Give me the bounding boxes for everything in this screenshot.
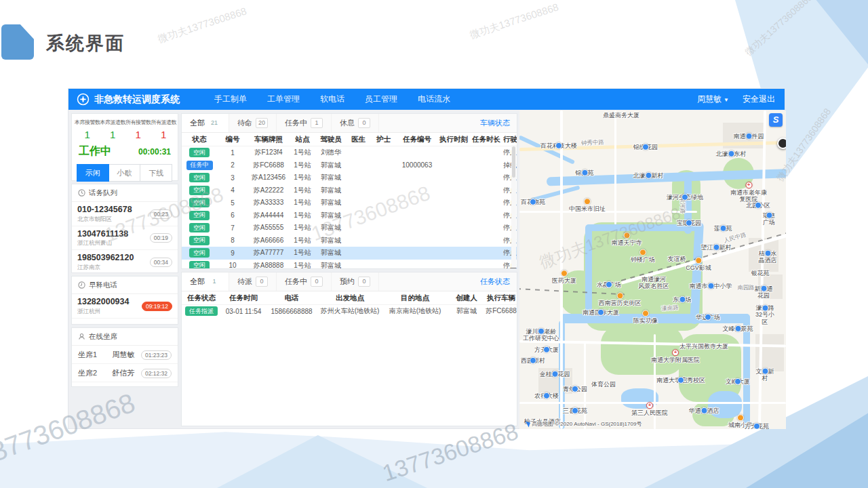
stat-3: 所有接警数1 <box>125 119 151 140</box>
tab-count: 1 <box>311 118 323 128</box>
vehicle-map-marker[interactable] <box>777 138 786 149</box>
queue-item[interactable]: 010-12345678北京市朝阳区00:23 <box>72 202 178 226</box>
queue-item[interactable]: 198503962120江苏南京00:34 <box>72 250 178 274</box>
logout-button[interactable]: 安全退出 <box>743 94 775 105</box>
vehicle-status-badge: 空闲 <box>189 148 210 157</box>
caller-number: 13282000934 <box>77 297 129 308</box>
cell-driver: 郭富城 <box>316 223 346 232</box>
vehicle-row[interactable]: 空闲7苏A555551号站郭富城停止 <box>182 222 517 235</box>
nav-item-2[interactable]: 工单管理 <box>257 94 310 105</box>
stat-label: 所有派遣数 <box>151 119 177 126</box>
tab-待派[interactable]: 待派0 <box>229 272 277 291</box>
nav-item-5[interactable]: 电话流水 <box>408 94 460 105</box>
scrollbar-thumb[interactable] <box>512 146 515 178</box>
column-header: 出发地点 <box>317 293 382 303</box>
watermark-text: 微功夫13773608868 <box>468 1 560 41</box>
status-button-示闲[interactable]: 示闲 <box>77 164 109 182</box>
agent-row: 坐席1周慧敏01:23:23 <box>72 346 178 364</box>
task-row[interactable]: 任务指派03-01 11:5415866668888苏州火车站(地铁站)南京南站… <box>182 305 517 318</box>
agent-seat: 坐席1 <box>78 350 97 360</box>
map-poi-label: CGV影城 <box>686 257 711 271</box>
caller-location: 浙江杭州 <box>77 308 129 316</box>
tab-待命[interactable]: 待命20 <box>229 114 277 132</box>
queue-item[interactable]: 13282000934浙江杭州09:19:12 <box>72 294 178 319</box>
clock-icon <box>78 189 85 197</box>
tab-任务中[interactable]: 任务中0 <box>277 272 332 291</box>
vehicle-status-badge: 任务中 <box>186 161 213 170</box>
map-poi-label: 体育公园 <box>591 381 616 388</box>
status-cell: 任务指派 <box>182 306 221 316</box>
poi-dot-icon <box>734 325 741 332</box>
map-poi-label: 桔子水晶酒店 <box>759 250 777 264</box>
nav-item-3[interactable]: 软电话 <box>310 94 355 105</box>
early-release-header: 早释电话 <box>72 277 178 294</box>
map-poi-label: 南通软件园 <box>734 133 764 140</box>
wait-time-badge: 00:23 <box>150 209 172 219</box>
map-label-text: 钟秀中路 <box>581 139 604 147</box>
wait-time-badge: 09:19:12 <box>142 302 172 311</box>
poi-dot-icon <box>753 423 760 429</box>
caller-location: 江苏南京 <box>77 264 134 272</box>
early-release-list: 13282000934浙江杭州09:19:12 <box>72 294 178 319</box>
tab-任务中[interactable]: 任务中1 <box>277 114 332 132</box>
tab-休息[interactable]: 休息0 <box>332 114 379 132</box>
cell-plate: 苏FC6688 <box>248 161 289 170</box>
vehicle-row[interactable]: 空闲8苏A666661号站郭富城停止 <box>182 235 517 247</box>
map-poi-label: 方大花苑 <box>745 423 769 429</box>
column-header: 编号 <box>217 135 248 144</box>
map-poi-label: 银花苑 <box>751 270 770 277</box>
tab-全部[interactable]: 全部1 <box>182 272 229 291</box>
vehicle-row[interactable]: 空闲5苏A333331号站郭富城停止 <box>182 197 517 209</box>
stat-value: 1 <box>125 129 151 140</box>
map-poi-label: 锦绣花园 <box>633 144 658 150</box>
vehicle-status-badge: 空闲 <box>189 211 210 220</box>
vehicle-status-badge: 空闲 <box>189 186 210 195</box>
tab-label: 预约 <box>340 277 355 287</box>
map-label-text: 中国米市旧址 <box>569 205 606 212</box>
online-agents-list: 坐席1周慧敏01:23:23坐席2舒信芳02:12:32 <box>72 346 178 382</box>
map-poi-label: 北濠桥新村 <box>633 172 664 179</box>
amap-logo[interactable]: S <box>769 113 783 127</box>
tab-label: 全部 <box>190 118 205 128</box>
vehicle-row[interactable]: 空闲10苏A888881号站郭富城停止 <box>182 260 517 270</box>
poi-dot-icon <box>597 309 604 316</box>
vehicle-row[interactable]: 任务中2苏FC66881号站郭富城10000063掉线 <box>182 159 517 172</box>
nav-item-1[interactable]: 手工制单 <box>204 94 257 105</box>
map-view[interactable]: 南通软件园鼎盛商务大厦钟秀中路百花科技大楼锦绣花园北濠桥东村锦江苑北濠桥新村濠河… <box>519 110 786 429</box>
map-poi-label: 陈实功像 <box>633 310 658 324</box>
queue-item[interactable]: 13047611138浙江杭州萧山00:19 <box>72 226 178 251</box>
status-button-下线[interactable]: 下线 <box>140 164 172 182</box>
vehicle-row[interactable]: 空闲9苏A777771号站郭富城停止 <box>182 247 517 260</box>
autonavi-logo-icon <box>521 420 530 427</box>
vehicle-table-scrollbar[interactable] <box>511 145 516 268</box>
column-header: 任务时间 <box>221 293 266 303</box>
title-accent-square <box>1 24 34 60</box>
map-poi-label: 华通大酒店 <box>689 407 719 414</box>
user-menu[interactable]: 周慧敏▼ <box>697 94 729 105</box>
vehicle-row[interactable]: 空闲1苏F123f41号站刘德华停止 <box>182 146 517 159</box>
task-status-link[interactable]: 任务状态 <box>480 277 517 287</box>
vehicle-row[interactable]: 空闲6苏A444441号站郭富城停止 <box>182 209 517 222</box>
poi-dot-icon <box>719 225 726 232</box>
poi-dot-icon <box>762 368 768 375</box>
queue-item-info: 13282000934浙江杭州 <box>77 297 129 316</box>
tab-全部[interactable]: 全部21 <box>182 114 229 132</box>
tab-预约[interactable]: 预约0 <box>332 272 379 291</box>
cell-station: 1号站 <box>289 223 316 232</box>
work-status-timer: 00:00:31 <box>138 147 171 157</box>
online-agents-panel: 在线坐席 坐席1周慧敏01:23:23坐席2舒信芳02:12:32 <box>71 327 178 387</box>
status-button-小歇[interactable]: 小歇 <box>108 164 141 182</box>
poi-dot-icon <box>760 285 767 292</box>
cell-plate: 苏A88888 <box>248 261 289 269</box>
cell-plate: 苏A44444 <box>248 211 289 220</box>
map-attribution-text: 高德地图 © 2020 AutoNavi - GS(2018)1709号 <box>532 420 642 428</box>
cell-driver: 郭富城 <box>316 211 346 220</box>
poi-dot-icon <box>561 270 568 277</box>
vehicle-row[interactable]: 空闲3苏A1234561号站郭富城停止 <box>182 171 517 184</box>
stat-label: 所有接警数 <box>125 119 151 126</box>
vehicle-status-link[interactable]: 车辆状态 <box>480 118 517 128</box>
nav-item-4[interactable]: 员工管理 <box>355 94 408 105</box>
call-queue-title: 话务队列 <box>89 188 117 198</box>
map-label-text: 南通市老年康复医院 <box>730 189 768 203</box>
vehicle-row[interactable]: 空闲4苏A222221号站郭富城停止 <box>182 184 517 197</box>
